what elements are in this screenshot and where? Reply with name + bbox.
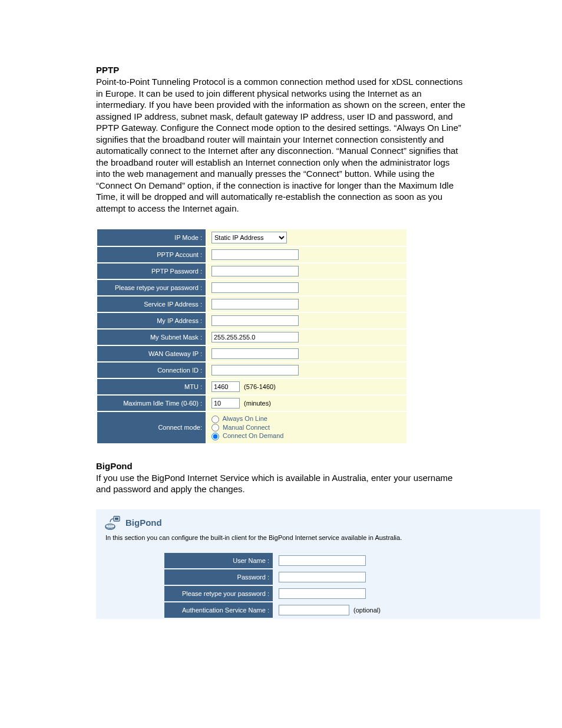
max-idle-label: Maximum Idle Time (0-60) : [97,395,206,411]
my-ip-label: My IP Address : [97,312,206,329]
router-icon [104,515,122,531]
pptp-account-label: PPTP Account : [97,246,206,263]
bigpond-description: If you use the BigPond Internet Service … [96,472,466,495]
bigpond-panel-title: BigPond [125,518,162,528]
pptp-password-label: PPTP Password : [97,263,206,279]
connect-mode-label: Connect mode: [97,411,206,444]
bigpond-panel-desc: In this section you can configure the bu… [105,534,532,541]
my-subnet-label: My Subnet Mask : [97,329,206,345]
max-idle-hint: (minutes) [244,400,271,407]
bp-username-label: User Name : [164,552,273,569]
pptp-retype-label: Please retype your password : [97,279,206,296]
svg-point-5 [110,525,111,526]
my-subnet-input[interactable] [211,332,299,342]
bp-password-label: Password : [164,569,273,585]
bp-retype-label: Please retype your password : [164,585,273,602]
pptp-retype-input[interactable] [211,282,299,293]
mtu-hint: (576-1460) [244,383,276,390]
service-ip-input[interactable] [211,299,299,309]
connect-mode-demand[interactable]: Connect On Demand [211,432,402,440]
mtu-label: MTU : [97,378,206,395]
my-ip-input[interactable] [211,315,299,326]
bp-authservice-label: Authentication Service Name : [164,602,273,618]
connect-mode-always[interactable]: Always On Line [211,415,402,423]
wan-gateway-input[interactable] [211,348,299,359]
pptp-account-input[interactable] [211,249,299,260]
pptp-description: Point-to-Point Tunneling Protocol is a c… [96,76,466,214]
bp-authservice-input[interactable] [279,605,349,615]
connection-id-input[interactable] [211,365,299,375]
service-ip-label: Service IP Address : [97,296,206,312]
mtu-input[interactable] [211,381,240,392]
svg-rect-1 [115,518,118,520]
max-idle-input[interactable] [211,398,240,409]
bigpond-config-table: User Name : Password : Please retype you… [163,552,386,619]
svg-point-4 [108,525,109,526]
ip-mode-select[interactable]: Static IP Address [211,232,287,243]
bp-authservice-hint: (optional) [353,607,381,614]
ip-mode-label: IP Mode : [97,229,206,246]
connect-mode-manual[interactable]: Manual Connect [211,424,402,432]
bigpond-panel: BigPond In this section you can configur… [96,509,540,619]
pptp-config-table: IP Mode : Static IP Address PPTP Account… [96,228,408,444]
wan-gateway-label: WAN Gateway IP : [97,345,206,362]
bigpond-heading: BigPond [96,461,466,471]
pptp-heading: PPTP [96,65,466,75]
pptp-password-input[interactable] [211,266,299,276]
bp-username-input[interactable] [279,555,366,566]
bp-retype-input[interactable] [279,588,366,599]
svg-point-6 [111,525,113,526]
connection-id-label: Connection ID : [97,362,206,378]
bp-password-input[interactable] [279,572,366,582]
